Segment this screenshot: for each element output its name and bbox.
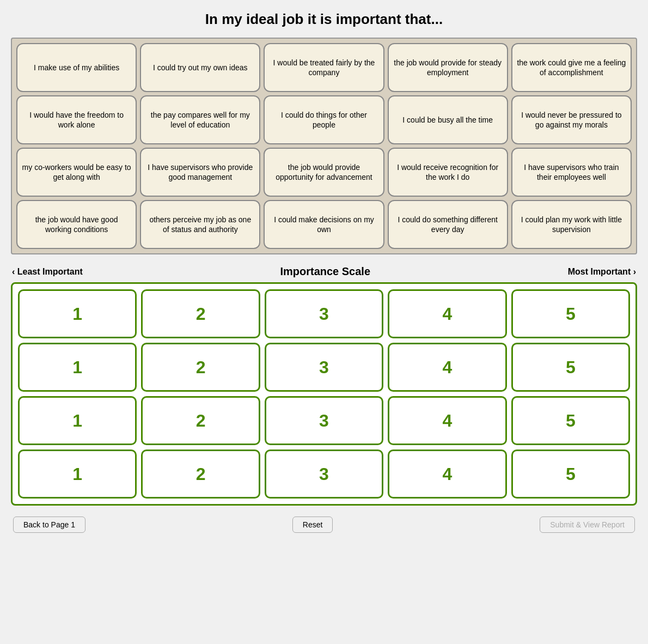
card-item: I could plan my work with little supervi… — [511, 200, 632, 249]
card-item: the work could give me a feeling of acco… — [511, 43, 632, 92]
card-item: I have supervisors who provide good mana… — [140, 148, 260, 197]
scale-title: Importance Scale — [280, 265, 370, 278]
card-item: I make use of my abilities — [16, 43, 137, 92]
scale-header: ‹ Least Important Importance Scale Most … — [11, 265, 637, 278]
card-item: I would never be pressured to go against… — [511, 95, 632, 144]
card-item: I could be busy all the time — [388, 95, 508, 144]
back-button[interactable]: Back to Page 1 — [13, 517, 85, 533]
card-item: others perceive my job as one of status … — [140, 200, 260, 249]
scale-cell[interactable]: 3 — [265, 343, 383, 392]
card-item: the job would have good working conditio… — [16, 200, 137, 249]
card-item: I could do something different every day — [388, 200, 508, 249]
submit-button[interactable]: Submit & View Report — [540, 517, 635, 533]
scale-cell[interactable]: 1 — [18, 396, 137, 445]
scale-cell[interactable]: 4 — [388, 396, 506, 445]
scale-cell[interactable]: 1 — [18, 289, 137, 338]
cards-grid: I make use of my abilitiesI could try ou… — [16, 43, 632, 249]
scale-cell[interactable]: 2 — [141, 289, 260, 338]
scale-cell[interactable]: 4 — [388, 343, 506, 392]
card-item: the job would provide for steady employm… — [388, 43, 508, 92]
scale-cell[interactable]: 2 — [141, 396, 260, 445]
card-item: I would have the freedom to work alone — [16, 95, 137, 144]
scale-cell[interactable]: 2 — [141, 449, 260, 499]
card-item: I could do things for other people — [264, 95, 384, 144]
scale-cell[interactable]: 1 — [18, 343, 137, 392]
scale-cell[interactable]: 5 — [511, 449, 630, 499]
card-item: I have supervisors who train their emplo… — [511, 148, 632, 197]
card-item: the pay compares well for my level of ed… — [140, 95, 260, 144]
card-item: the job would provide opportunity for ad… — [264, 148, 384, 197]
scale-grid: 12345123451234512345 — [16, 287, 632, 501]
footer: Back to Page 1 Reset Submit & View Repor… — [11, 517, 637, 533]
card-item: I would be treated fairly by the company — [264, 43, 384, 92]
card-item: I could try out my own ideas — [140, 43, 260, 92]
scale-cell[interactable]: 5 — [511, 396, 630, 445]
scale-cell[interactable]: 1 — [18, 449, 137, 499]
scale-most-label: Most Important › — [568, 267, 636, 277]
card-item: I would receive recognition for the work… — [388, 148, 508, 197]
scale-cell[interactable]: 4 — [388, 449, 506, 499]
reset-button[interactable]: Reset — [292, 517, 333, 533]
scale-cell[interactable]: 3 — [265, 396, 383, 445]
page-title: In my ideal job it is important that... — [11, 11, 637, 28]
scale-cell[interactable]: 2 — [141, 343, 260, 392]
scale-cell[interactable]: 5 — [511, 343, 630, 392]
cards-container: I make use of my abilitiesI could try ou… — [11, 38, 637, 254]
scale-cell[interactable]: 3 — [265, 289, 383, 338]
scale-least-label: ‹ Least Important — [12, 267, 83, 277]
card-item: I could make decisions on my own — [264, 200, 384, 249]
card-item: my co-workers would be easy to get along… — [16, 148, 137, 197]
scale-cell[interactable]: 4 — [388, 289, 506, 338]
scale-cell[interactable]: 3 — [265, 449, 383, 499]
scale-container: 12345123451234512345 — [11, 282, 637, 506]
scale-cell[interactable]: 5 — [511, 289, 630, 338]
